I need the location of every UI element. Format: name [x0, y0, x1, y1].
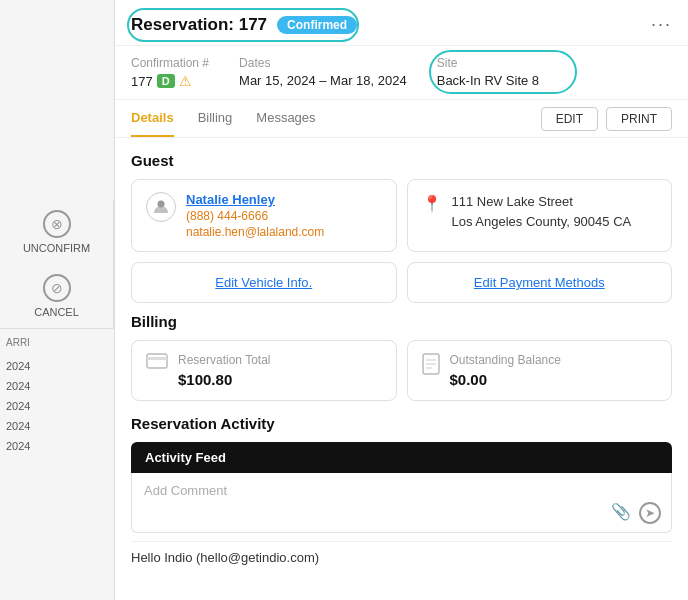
balance-info: Outstanding Balance $0.00: [450, 353, 561, 388]
svg-rect-1: [147, 354, 167, 368]
guest-cards: Natalie Henley (888) 444-6666 natalie.he…: [131, 179, 672, 303]
cancel-icon: ⊘: [43, 274, 71, 302]
confirmation-number: 177: [131, 74, 153, 89]
activity-feed-container: Activity Feed Add Comment 📎 ➤ Hello Indi…: [131, 442, 672, 573]
sidebar-action-cancel[interactable]: ⊘ CANCEL: [0, 264, 114, 328]
reservation-title: Reservation: 177: [131, 15, 267, 35]
guest-section-title: Guest: [131, 152, 672, 169]
guest-email: natalie.hen@lalaland.com: [186, 225, 324, 239]
svg-rect-2: [147, 357, 167, 360]
location-pin-icon: 📍: [422, 194, 442, 213]
site-label: Site: [437, 56, 539, 70]
arrive-label: ARRI: [6, 337, 108, 348]
confirmation-badge-green: D: [157, 74, 175, 88]
sidebar-year-5: 2024: [0, 436, 114, 456]
reservation-header: Reservation: 177 Confirmed ···: [115, 0, 688, 46]
tabs-row: Details Billing Messages EDIT PRINT: [115, 100, 688, 138]
guest-name[interactable]: Natalie Henley: [186, 192, 324, 207]
comment-box: Add Comment 📎 ➤: [131, 473, 672, 533]
send-icon[interactable]: ➤: [639, 502, 661, 524]
tab-details[interactable]: Details: [131, 100, 174, 137]
edit-vehicle-card[interactable]: Edit Vehicle Info.: [131, 262, 397, 303]
unconfirm-icon: ⊗: [43, 210, 71, 238]
guest-details: Natalie Henley (888) 444-6666 natalie.he…: [186, 192, 324, 239]
address-line2: Los Angeles County, 90045 CA: [452, 212, 632, 232]
sidebar-action-unconfirm[interactable]: ⊗ UNCONFIRM: [0, 200, 114, 264]
unconfirm-label: UNCONFIRM: [23, 242, 90, 254]
meta-site: Site Back-In RV Site 8: [437, 56, 539, 89]
sidebar-year-3: 2024: [0, 396, 114, 416]
attachment-icon[interactable]: 📎: [611, 502, 631, 524]
guest-address-card: 📍 111 New Lake Street Los Angeles County…: [407, 179, 673, 252]
edit-payment-link[interactable]: Edit Payment Methods: [474, 275, 605, 290]
sidebar-arrive-section: ARRI: [0, 328, 114, 356]
cancel-label: CANCEL: [34, 306, 79, 318]
guest-address: 111 New Lake Street Los Angeles County, …: [452, 192, 632, 231]
tab-billing[interactable]: Billing: [198, 100, 233, 137]
billing-section-title: Billing: [131, 313, 672, 330]
dates-value: Mar 15, 2024 – Mar 18, 2024: [239, 73, 407, 88]
main-panel: Reservation: 177 Confirmed ··· Confirmat…: [115, 0, 688, 600]
meta-dates: Dates Mar 15, 2024 – Mar 18, 2024: [239, 56, 407, 89]
reservation-title-group: Reservation: 177 Confirmed: [131, 15, 357, 35]
confirmation-badge-warn: ⚠: [179, 73, 192, 89]
address-line1: 111 New Lake Street: [452, 192, 632, 212]
tab-actions: EDIT PRINT: [541, 107, 672, 131]
reservation-total-card: Reservation Total $100.80: [131, 340, 397, 401]
balance-label: Outstanding Balance: [450, 353, 561, 367]
sidebar-year-4: 2024: [0, 416, 114, 436]
balance-amount: $0.00: [450, 371, 561, 388]
invoice-icon: [422, 353, 440, 380]
confirmation-label: Confirmation #: [131, 56, 209, 70]
comment-icons: 📎 ➤: [611, 502, 661, 524]
dates-label: Dates: [239, 56, 407, 70]
meta-confirmation: Confirmation # 177 D ⚠: [131, 56, 209, 89]
more-options-button[interactable]: ···: [651, 14, 672, 35]
print-button[interactable]: PRINT: [606, 107, 672, 131]
guest-avatar-icon: [146, 192, 176, 222]
site-value: Back-In RV Site 8: [437, 73, 539, 88]
credit-card-icon: [146, 353, 168, 374]
total-info: Reservation Total $100.80: [178, 353, 271, 388]
edit-vehicle-link[interactable]: Edit Vehicle Info.: [215, 275, 312, 290]
comment-placeholder[interactable]: Add Comment: [144, 483, 227, 498]
guest-phone: (888) 444-6666: [186, 209, 324, 223]
sidebar-year-2: 2024: [0, 376, 114, 396]
edit-button[interactable]: EDIT: [541, 107, 598, 131]
sidebar-year-1: 2024: [0, 356, 114, 376]
tab-messages[interactable]: Messages: [256, 100, 315, 137]
guest-info-card: Natalie Henley (888) 444-6666 natalie.he…: [131, 179, 397, 252]
activity-entry: Hello Indio (hello@getindio.com): [131, 541, 672, 573]
confirmation-value-group: 177 D ⚠: [131, 73, 209, 89]
confirmed-badge: Confirmed: [277, 16, 357, 34]
billing-cards: Reservation Total $100.80 Outstanding Ba…: [131, 340, 672, 401]
meta-row: Confirmation # 177 D ⚠ Dates Mar 15, 202…: [115, 46, 688, 100]
main-content: Guest Natalie Henley (888) 444-6666 nata…: [115, 138, 688, 587]
total-amount: $100.80: [178, 371, 271, 388]
activity-section-title: Reservation Activity: [131, 415, 672, 432]
activity-feed-header: Activity Feed: [131, 442, 672, 473]
sidebar: ⊗ UNCONFIRM ⊘ CANCEL ARRI 2024 2024 2024…: [0, 0, 115, 600]
total-label: Reservation Total: [178, 353, 271, 367]
outstanding-balance-card: Outstanding Balance $0.00: [407, 340, 673, 401]
edit-payment-card[interactable]: Edit Payment Methods: [407, 262, 673, 303]
